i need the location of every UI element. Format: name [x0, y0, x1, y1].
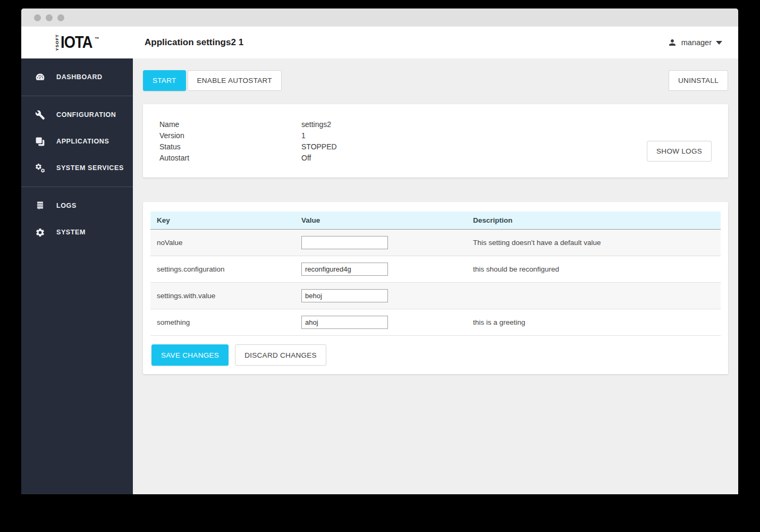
sidebar-item-label: SYSTEM SERVICES	[56, 164, 124, 172]
value-input[interactable]	[301, 263, 388, 276]
sidebar-divider	[21, 187, 133, 187]
sidebar-item-applications[interactable]: APPLICATIONS	[21, 128, 133, 155]
info-label: Name	[159, 120, 301, 129]
table-row: settings.configuration this should be re…	[150, 256, 721, 283]
discard-changes-button[interactable]: DISCARD CHANGES	[235, 344, 326, 366]
gear-icon	[35, 227, 45, 238]
window-dot-minimize[interactable]	[46, 14, 53, 21]
chevron-down-icon	[716, 41, 722, 45]
sidebar-item-dashboard[interactable]: DASHBOARD	[21, 64, 133, 90]
window-titlebar[interactable]	[21, 9, 738, 27]
sidebar-item-label: APPLICATIONS	[56, 138, 109, 145]
info-value: 1	[301, 131, 306, 140]
start-button[interactable]: START	[143, 70, 186, 91]
sidebar-item-logs[interactable]: LOGS	[21, 192, 133, 219]
info-label: Status	[159, 142, 301, 151]
main-content: START ENABLE AUTOSTART UNINSTALL Name se…	[133, 58, 738, 494]
person-icon	[668, 38, 677, 47]
settings-table: Key Value Description noValue This setti…	[150, 212, 721, 336]
sidebar-item-label: LOGS	[56, 202, 77, 209]
info-value: settings2	[301, 120, 331, 129]
description-cell: this should be reconfigured	[467, 256, 721, 283]
key-cell: noValue	[150, 230, 295, 256]
info-row-status: Status STOPPED	[143, 141, 728, 152]
info-label: Version	[159, 131, 301, 140]
logs-icon	[35, 201, 45, 211]
user-menu-label: manager	[681, 38, 712, 47]
uninstall-button[interactable]: UNINSTALL	[669, 70, 728, 91]
column-header-description: Description	[467, 212, 721, 230]
sidebar: DASHBOARD CONFIGURATION APPLICATIONS SYS…	[21, 58, 133, 494]
table-actions: SAVE CHANGES DISCARD CHANGES	[150, 344, 721, 366]
wrench-icon	[35, 110, 45, 120]
sidebar-divider	[21, 96, 133, 96]
table-header-row: Key Value Description	[150, 212, 721, 230]
key-cell: something	[150, 309, 295, 336]
sidebar-item-label: DASHBOARD	[56, 73, 103, 81]
table-row: settings.with.value	[150, 283, 721, 309]
gears-icon	[35, 163, 45, 173]
app-header: YSOFT IOTA ™ Application settings2 1 man…	[21, 27, 738, 58]
logo-name-text: IOTA	[61, 34, 92, 50]
save-changes-button[interactable]: SAVE CHANGES	[151, 344, 229, 366]
app-window: YSOFT IOTA ™ Application settings2 1 man…	[21, 9, 738, 494]
show-logs-button[interactable]: SHOW LOGS	[647, 141, 712, 162]
info-row-name: Name settings2	[143, 119, 728, 130]
value-input[interactable]	[301, 236, 388, 249]
key-cell: settings.configuration	[150, 256, 295, 283]
logo-trademark: ™	[94, 36, 99, 41]
page-title: Application settings2 1	[145, 37, 243, 48]
dashboard-icon	[35, 72, 45, 82]
sidebar-item-label: CONFIGURATION	[56, 111, 116, 119]
status-value: STOPPED	[301, 142, 337, 151]
info-value: Off	[301, 154, 311, 162]
logo-brand-text: YSOFT	[55, 34, 60, 51]
settings-table-panel: Key Value Description noValue This setti…	[143, 202, 728, 374]
app-info-panel: Name settings2 Version 1 Status STOPPED …	[143, 104, 728, 178]
key-cell: settings.with.value	[150, 283, 295, 309]
info-label: Autostart	[159, 154, 301, 162]
info-row-autostart: Autostart Off	[143, 152, 728, 163]
user-menu[interactable]: manager	[668, 38, 722, 47]
logo: YSOFT IOTA ™	[21, 34, 133, 51]
sidebar-item-system-services[interactable]: SYSTEM SERVICES	[21, 155, 133, 181]
window-dot-maximize[interactable]	[57, 14, 64, 21]
toolbar: START ENABLE AUTOSTART UNINSTALL	[143, 70, 728, 91]
table-row: something this is a greeting	[150, 309, 721, 336]
applications-icon	[35, 137, 45, 147]
sidebar-item-configuration[interactable]: CONFIGURATION	[21, 102, 133, 128]
window-dot-close[interactable]	[34, 14, 41, 21]
description-cell: this is a greeting	[467, 309, 721, 336]
value-input[interactable]	[301, 316, 388, 329]
sidebar-item-label: SYSTEM	[56, 229, 86, 236]
sidebar-item-system[interactable]: SYSTEM	[21, 219, 133, 246]
column-header-key: Key	[150, 212, 295, 230]
value-input[interactable]	[301, 289, 388, 302]
description-cell: This setting doesn't have a default valu…	[467, 230, 721, 256]
info-row-version: Version 1	[143, 130, 728, 141]
description-cell	[467, 283, 721, 309]
enable-autostart-button[interactable]: ENABLE AUTOSTART	[188, 70, 282, 91]
table-row: noValue This setting doesn't have a defa…	[150, 230, 721, 256]
column-header-value: Value	[295, 212, 467, 230]
